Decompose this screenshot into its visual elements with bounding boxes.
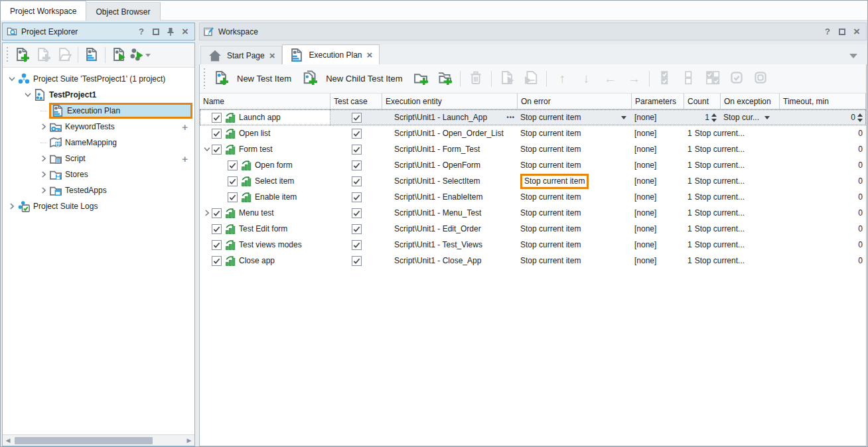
- timeout-cell[interactable]: 0: [780, 109, 866, 125]
- maximize-icon[interactable]: [837, 27, 847, 37]
- name-cell[interactable]: Open list: [200, 125, 330, 141]
- on-error-cell[interactable]: Stop current item: [518, 173, 632, 189]
- parameters-cell[interactable]: [none]: [632, 109, 684, 125]
- test-item-row-menu-test[interactable]: Menu testScript\Unit1 - Menu_TestStop cu…: [200, 205, 866, 221]
- timeout-cell[interactable]: 0: [780, 157, 866, 173]
- row-enabled-checkbox[interactable]: [212, 129, 222, 139]
- on-exception-cell[interactable]: Stop cur...: [721, 109, 780, 125]
- test-case-checkbox[interactable]: [352, 208, 362, 218]
- row-enabled-checkbox[interactable]: [212, 113, 222, 123]
- column-header-timeout-min[interactable]: Timeout, min: [780, 94, 866, 109]
- invert-checks-button[interactable]: [702, 68, 723, 90]
- test-item-row-enable-item[interactable]: Enable itemScript\Unit1 - EnableItemStop…: [200, 189, 866, 205]
- value-spinner[interactable]: [711, 113, 717, 122]
- expand-icon[interactable]: [7, 201, 17, 212]
- timeout-cell[interactable]: 0: [780, 189, 866, 205]
- test-item-row-test-views-modes[interactable]: Test views modesScript\Unit1 - Test_View…: [200, 237, 866, 253]
- timeout-cell[interactable]: 0: [780, 205, 866, 221]
- count-and-on-exception-cell[interactable]: 1Stop current...: [684, 237, 780, 253]
- browse-entity-button[interactable]: •••: [507, 114, 515, 121]
- count-and-on-exception-cell[interactable]: 1Stop current...: [684, 125, 780, 141]
- new-test-item-button[interactable]: [210, 68, 232, 90]
- tree-item-keywordtests[interactable]: KeywordTests+: [3, 119, 194, 135]
- name-cell[interactable]: Enable item: [200, 189, 330, 205]
- on-error-cell[interactable]: Stop current item: [518, 189, 632, 205]
- move-left-button[interactable]: ←: [599, 68, 620, 90]
- test-case-checkbox[interactable]: [352, 129, 362, 139]
- name-cell[interactable]: Form test: [200, 141, 330, 157]
- expand-icon[interactable]: [38, 121, 49, 132]
- parameters-cell[interactable]: [none]: [632, 157, 684, 173]
- column-header-name[interactable]: Name: [200, 94, 330, 109]
- scroll-right-icon[interactable]: ▶: [184, 437, 194, 444]
- tree-item-testedapps[interactable]: TestedApps: [3, 182, 194, 198]
- execution-entity-cell[interactable]: Script\Unit1 - Open_Order_List: [382, 125, 518, 141]
- close-icon[interactable]: ×: [851, 27, 862, 37]
- move-right-button[interactable]: →: [623, 68, 644, 90]
- test-case-checkbox[interactable]: [352, 192, 362, 202]
- on-error-cell[interactable]: Stop current item: [518, 157, 632, 173]
- count-and-on-exception-cell[interactable]: 1Stop current...: [684, 205, 780, 221]
- test-case-checkbox[interactable]: [352, 160, 362, 170]
- new-child-test-item-button[interactable]: [299, 68, 321, 90]
- count-and-on-exception-cell[interactable]: 1Stop current...: [684, 253, 780, 269]
- check-selected-button[interactable]: [726, 68, 747, 90]
- tree-item-project-suite-testproject1-1-project[interactable]: Project Suite 'TestProject1' (1 project): [3, 71, 194, 87]
- count-cell[interactable]: 1: [684, 109, 721, 125]
- expand-icon[interactable]: [38, 153, 49, 164]
- expand-icon[interactable]: [38, 185, 49, 196]
- name-cell[interactable]: Select item: [200, 173, 330, 189]
- count-and-on-exception-cell[interactable]: 1Stop current...: [684, 189, 780, 205]
- row-enabled-checkbox[interactable]: [228, 160, 238, 170]
- document-tab-object-browser[interactable]: Object Browser: [86, 2, 160, 21]
- timeout-cell[interactable]: 0: [780, 125, 866, 141]
- parameters-cell[interactable]: [none]: [632, 205, 684, 221]
- toolbar-grip[interactable]: [5, 47, 9, 63]
- row-enabled-checkbox[interactable]: [212, 145, 222, 155]
- row-enabled-checkbox[interactable]: [212, 256, 222, 266]
- count-and-on-exception-cell[interactable]: 1Stop current...: [684, 173, 780, 189]
- tree-item-project-suite-logs[interactable]: Project Suite Logs: [3, 198, 194, 214]
- on-error-cell[interactable]: Stop current item: [518, 109, 632, 125]
- execution-plan-button[interactable]: [82, 45, 102, 65]
- test-item-row-open-list[interactable]: Open listScript\Unit1 - Open_Order_ListS…: [200, 125, 866, 141]
- test-item-row-select-item[interactable]: Select itemScript\Unit1 - SelectItemStop…: [200, 173, 866, 189]
- parameters-cell[interactable]: [none]: [632, 221, 684, 237]
- add-project-button[interactable]: [12, 45, 32, 65]
- timeout-cell[interactable]: 0: [780, 253, 866, 269]
- test-item-row-test-edit-form[interactable]: Test Edit formScript\Unit1 - Edit_OrderS…: [200, 221, 866, 237]
- tree-item-testproject1[interactable]: TestProject1: [3, 87, 194, 103]
- tree-item-script[interactable]: Script+: [3, 151, 194, 166]
- on-error-cell[interactable]: Stop current item: [518, 237, 632, 253]
- test-item-row-launch-app[interactable]: Launch appScript\Unit1 - Launch_App•••St…: [200, 109, 866, 125]
- new-group-button[interactable]: [410, 68, 431, 90]
- help-icon[interactable]: ?: [822, 27, 833, 37]
- on-error-cell[interactable]: Stop current item: [518, 141, 632, 157]
- row-enabled-checkbox[interactable]: [212, 208, 222, 218]
- name-cell[interactable]: Close app: [200, 253, 330, 269]
- run-project-button[interactable]: [109, 45, 129, 65]
- row-enabled-checkbox[interactable]: [212, 240, 222, 250]
- tree-item-execution-plan[interactable]: Execution Plan: [3, 103, 194, 119]
- parameters-cell[interactable]: [none]: [632, 141, 684, 157]
- value-spinner[interactable]: [857, 113, 863, 122]
- workspace-tab-execution-plan[interactable]: Execution Plan×: [282, 44, 380, 64]
- collapse-icon[interactable]: [23, 90, 33, 100]
- toolbar-button-label[interactable]: New Test Item: [237, 74, 291, 84]
- row-enabled-checkbox[interactable]: [228, 176, 238, 186]
- document-tab-project-workspace[interactable]: Project Workspace: [1, 1, 86, 21]
- name-cell[interactable]: Launch app: [200, 109, 330, 125]
- expand-icon[interactable]: [201, 208, 212, 218]
- on-error-dropdown-icon[interactable]: [621, 116, 626, 119]
- workspace-tab-start-page[interactable]: Start Page×: [200, 46, 282, 64]
- parameters-cell[interactable]: [none]: [632, 189, 684, 205]
- row-enabled-checkbox[interactable]: [212, 224, 222, 234]
- close-tab-icon[interactable]: ×: [269, 50, 275, 60]
- run-suite-button[interactable]: [130, 45, 150, 65]
- timeout-cell[interactable]: 0: [780, 173, 866, 189]
- execution-entity-cell[interactable]: Script\Unit1 - SelectItem: [382, 173, 518, 189]
- execution-entity-cell[interactable]: Script\Unit1 - Close_App: [382, 253, 518, 269]
- move-down-button[interactable]: ↓: [575, 68, 597, 90]
- test-case-checkbox[interactable]: [352, 256, 362, 266]
- count-and-on-exception-cell[interactable]: 1Stop current...: [684, 141, 780, 157]
